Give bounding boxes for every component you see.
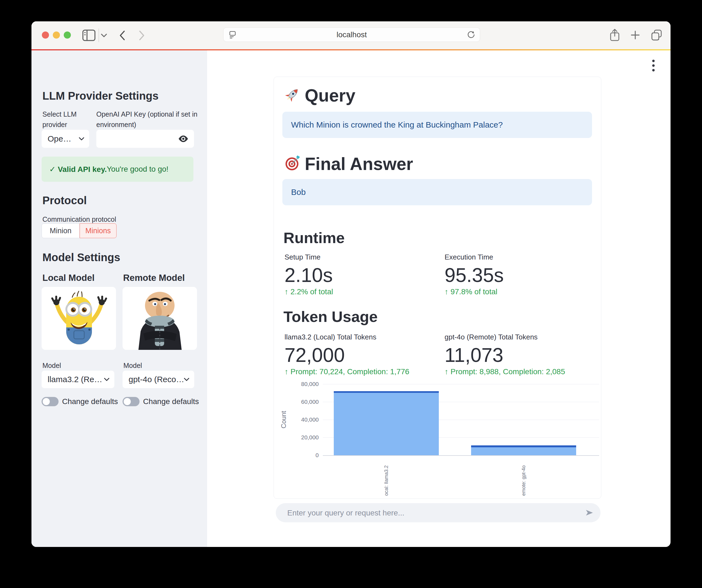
kebab-menu-icon[interactable] (652, 69, 655, 72)
chat-input-container (276, 503, 600, 522)
toolbar-divider (99, 28, 99, 42)
page-settings-icon[interactable] (228, 31, 237, 39)
final-answer-title: Final Answer (305, 154, 413, 174)
protocol-title: Protocol (42, 194, 87, 207)
target-icon (284, 155, 301, 171)
remote-model-title: Remote Model (123, 273, 185, 283)
final-answer-box: Bob (282, 179, 592, 205)
select-chevron-icon (104, 378, 109, 381)
protocol-label: Communication protocol (42, 214, 116, 224)
remote-change-defaults-toggle[interactable] (123, 397, 139, 406)
api-key-status-banner: ✓ Valid API key. You're good to go! (41, 157, 194, 182)
api-key-status-bold: ✓ Valid API key. (49, 165, 107, 174)
zoom-traffic-light[interactable] (64, 31, 71, 38)
local-change-defaults-label: Change defaults (62, 397, 118, 406)
kebab-menu-icon[interactable] (652, 60, 655, 62)
setup-time-value: 2.10s (284, 264, 333, 286)
chevron-down-icon[interactable] (101, 33, 107, 37)
eye-icon[interactable] (178, 135, 189, 142)
protocol-segmented-control: Minion Minions (41, 223, 117, 238)
remote-change-defaults-label: Change defaults (143, 397, 199, 406)
provider-select[interactable]: Ope… (41, 130, 89, 148)
api-key-label: OpenAI API Key (optional if set in envir… (96, 109, 203, 130)
local-model-image (41, 287, 116, 350)
api-key-input[interactable] (96, 130, 194, 148)
execution-time-value: 95.35s (445, 264, 504, 286)
protocol-option-minion[interactable]: Minion (41, 223, 80, 238)
remote-tokens-delta: ↑ Prompt: 8,988, Completion: 2,085 (445, 367, 565, 376)
setup-time-delta: ↑ 2.2% of total (284, 287, 333, 296)
provider-select-value: Ope… (41, 134, 72, 143)
url-text: localhost (337, 30, 367, 39)
protocol-option-minions[interactable]: Minions (80, 223, 117, 238)
query-title: Query (305, 85, 355, 106)
sidebar-toggle-icon[interactable] (82, 29, 96, 41)
minimize-traffic-light[interactable] (53, 31, 60, 38)
local-model-title: Local Model (42, 273, 95, 283)
remote-model-select[interactable]: gpt-4o (Reco… (123, 371, 194, 388)
tab-overview-icon[interactable] (651, 29, 662, 41)
remote-tokens-value: 11,073 (445, 344, 503, 366)
execution-time-label: Execution Time (445, 253, 493, 262)
local-model-select[interactable]: llama3.2 (Re… (41, 371, 114, 388)
remote-model-image (123, 287, 197, 350)
browser-toolbar: localhost (31, 21, 671, 49)
close-traffic-light[interactable] (42, 31, 49, 38)
runtime-title: Runtime (283, 229, 345, 247)
remote-tokens-label: gpt-4o (Remote) Total Tokens (445, 333, 538, 341)
screenshot-canvas: localhost LLM Provider Settings Select L… (0, 0, 702, 588)
forward-icon[interactable] (138, 30, 145, 40)
remote-model-label: Model (123, 360, 142, 371)
rocket-icon (284, 87, 301, 103)
select-llm-label: Select LLM provider (42, 109, 97, 130)
execution-time-delta: ↑ 97.8% of total (445, 287, 497, 296)
kebab-menu-icon[interactable] (652, 64, 655, 67)
local-model-label: Model (42, 360, 61, 371)
query-box: Which Minion is crowned the King at Buck… (282, 112, 592, 138)
browser-window: localhost LLM Provider Settings Select L… (31, 21, 671, 547)
sidebar-title: LLM Provider Settings (42, 90, 159, 102)
local-model-select-value: llama3.2 (Re… (41, 375, 102, 384)
local-tokens-label: llama3.2 (Local) Total Tokens (284, 333, 376, 341)
token-usage-title: Token Usage (283, 308, 377, 325)
model-settings-title: Model Settings (42, 251, 120, 264)
share-icon[interactable] (609, 28, 620, 41)
final-answer-text: Bob (291, 188, 306, 197)
address-bar[interactable]: localhost (223, 27, 480, 42)
back-icon[interactable] (119, 30, 126, 40)
refresh-icon[interactable] (467, 30, 475, 39)
setup-time-label: Setup Time (284, 253, 321, 262)
api-key-status-rest: You're good to go! (107, 165, 168, 174)
query-text: Which Minion is crowned the King at Buck… (291, 120, 503, 129)
local-tokens-delta: ↑ Prompt: 70,224, Completion: 1,776 (284, 367, 409, 376)
chat-input[interactable] (287, 503, 578, 523)
local-change-defaults-toggle[interactable] (41, 397, 58, 406)
select-chevron-icon (79, 137, 84, 140)
send-icon[interactable] (585, 509, 593, 516)
new-tab-icon[interactable] (630, 30, 640, 40)
remote-model-select-value: gpt-4o (Reco… (123, 375, 184, 384)
select-chevron-icon (184, 378, 189, 381)
local-tokens-value: 72,000 (284, 344, 345, 366)
